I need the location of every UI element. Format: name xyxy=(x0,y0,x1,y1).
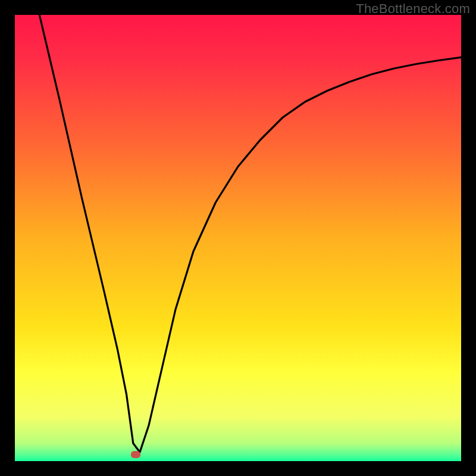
watermark-text: TheBottleneck.com xyxy=(356,1,470,17)
plot-area xyxy=(15,15,461,461)
chart-stage: TheBottleneck.com xyxy=(0,0,476,476)
optimum-marker xyxy=(131,451,140,458)
bottleneck-curve xyxy=(15,15,461,461)
